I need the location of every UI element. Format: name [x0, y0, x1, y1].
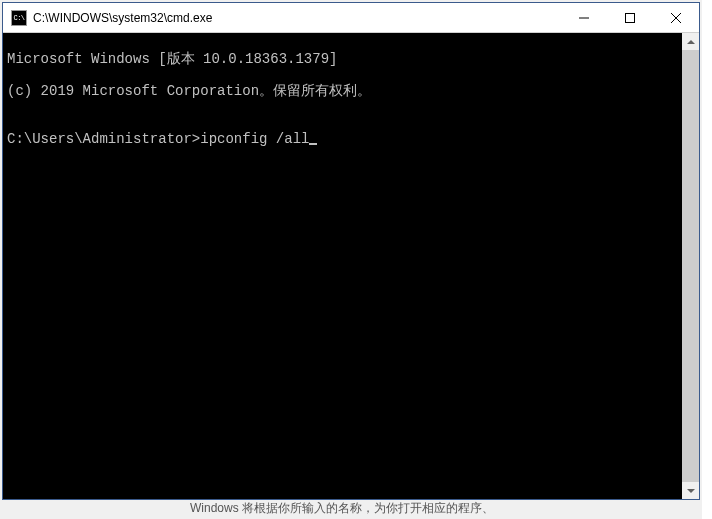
titlebar[interactable]: C:\ C:\WINDOWS\system32\cmd.exe — [3, 3, 699, 33]
chevron-up-icon — [687, 40, 695, 44]
background-hint-text: Windows 将根据你所输入的名称，为你打开相应的程序、 — [190, 500, 494, 517]
vertical-scrollbar[interactable] — [682, 33, 699, 499]
close-icon — [671, 13, 681, 23]
minimize-icon — [579, 13, 589, 23]
cmd-icon: C:\ — [11, 10, 27, 26]
scroll-thumb[interactable] — [682, 50, 699, 482]
console-line-copyright: (c) 2019 Microsoft Corporation。保留所有权利。 — [7, 83, 678, 99]
maximize-icon — [625, 13, 635, 23]
cmd-window: C:\ C:\WINDOWS\system32\cmd.exe Microsof… — [2, 2, 700, 500]
close-button[interactable] — [653, 3, 699, 32]
scroll-track[interactable] — [682, 50, 699, 482]
console-line-version: Microsoft Windows [版本 10.0.18363.1379] — [7, 51, 678, 67]
maximize-button[interactable] — [607, 3, 653, 32]
console-content[interactable]: Microsoft Windows [版本 10.0.18363.1379] (… — [3, 33, 682, 499]
window-title: C:\WINDOWS\system32\cmd.exe — [33, 11, 561, 25]
console-prompt-line: C:\Users\Administrator>ipconfig /all — [7, 131, 678, 147]
console-command: ipconfig /all — [200, 131, 309, 147]
background-window-edge — [702, 0, 712, 519]
scroll-down-button[interactable] — [682, 482, 699, 499]
minimize-button[interactable] — [561, 3, 607, 32]
window-controls — [561, 3, 699, 32]
scroll-up-button[interactable] — [682, 33, 699, 50]
cursor-icon — [309, 143, 317, 145]
console-prompt: C:\Users\Administrator> — [7, 131, 200, 147]
console-area[interactable]: Microsoft Windows [版本 10.0.18363.1379] (… — [3, 33, 699, 499]
cmd-icon-text: C:\ — [13, 14, 24, 22]
chevron-down-icon — [687, 489, 695, 493]
svg-rect-1 — [626, 13, 635, 22]
